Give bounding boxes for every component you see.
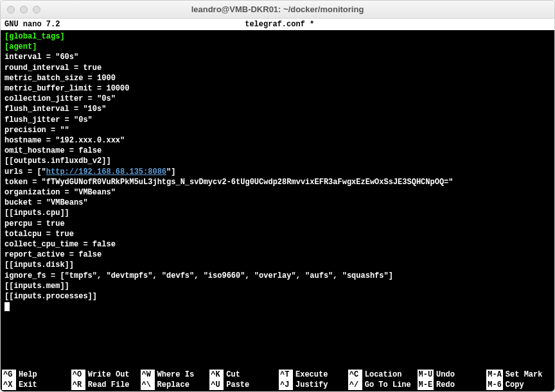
window-titlebar[interactable]: leandro@VMB-DKR01: ~/docker/monitoring <box>1 1 554 19</box>
shortcut-cut[interactable]: ^KCut <box>209 370 276 380</box>
window-title: leandro@VMB-DKR01: ~/docker/monitoring <box>7 4 548 14</box>
line-urls-prefix: urls = [" <box>4 167 46 176</box>
shortcut-label: Replace <box>157 380 189 390</box>
shortcut-label: Set Mark <box>506 370 543 380</box>
shortcut-label: Paste <box>226 380 249 390</box>
shortcut-copy[interactable]: M-6Copy <box>486 380 553 390</box>
line-inputs-disk: [[inputs.disk]] <box>4 260 74 269</box>
key-label: ^W <box>141 370 155 380</box>
key-label: ^K <box>209 370 224 380</box>
shortcut-location[interactable]: ^CLocation <box>348 370 415 380</box>
shortcut-label: Exit <box>19 380 37 390</box>
shortcut-label: Justify <box>295 380 328 390</box>
line-totalcpu: totalcpu = true <box>4 230 74 239</box>
shortcut-label: Help <box>19 370 37 380</box>
shortcut-whereis[interactable]: ^WWhere Is <box>141 370 207 380</box>
line-omit-hostname: omit_hostname = false <box>4 146 101 155</box>
minimize-icon[interactable] <box>20 6 28 13</box>
shortcut-setmark[interactable]: M-ASet Mark <box>486 370 553 380</box>
shortcut-label: Read File <box>88 380 130 390</box>
line-collect-cpu-time: collect_cpu_time = false <box>4 240 116 249</box>
nano-header: GNU nano 7.2 telegraf.conf * <box>1 19 554 30</box>
shortcut-help[interactable]: ^GHelp <box>2 370 69 380</box>
line-collection-jitter: collection_jitter = "0s" <box>4 94 116 103</box>
line-precision: precision = "" <box>4 126 69 135</box>
shortcut-label: Copy <box>506 380 524 390</box>
zoom-icon[interactable] <box>33 6 40 13</box>
close-icon[interactable] <box>7 6 15 13</box>
key-label: ^U <box>209 380 224 390</box>
line-batch-size: metric_batch_size = 1000 <box>4 74 116 83</box>
line-inputs-mem: [[inputs.mem]] <box>4 282 69 291</box>
line-urls-suffix: "] <box>166 167 175 176</box>
section-agent: [agent] <box>4 42 37 51</box>
editor-body[interactable]: [global_tags] [agent] interval = "60s" r… <box>1 30 554 370</box>
shortcut-readfile[interactable]: ^RRead File <box>71 380 138 390</box>
line-round-interval: round_interval = true <box>4 64 101 72</box>
line-outputs-influxdb: [[outputs.influxdb_v2]] <box>4 157 111 166</box>
key-label: M-U <box>418 370 434 380</box>
shortcut-justify[interactable]: ^JJustify <box>279 380 346 390</box>
shortcut-label: Execute <box>295 370 328 380</box>
nano-shortcut-bar: ^GHelp ^OWrite Out ^WWhere Is ^KCut ^TEx… <box>1 370 554 391</box>
shortcut-execute[interactable]: ^TExecute <box>279 370 346 380</box>
line-interval: interval = "60s" <box>4 53 78 62</box>
shortcut-label: Redo <box>436 380 455 390</box>
line-hostname: hostname = "192.xxx.0.xxx" <box>4 136 125 145</box>
cursor-icon <box>4 302 10 311</box>
line-percpu: percpu = true <box>4 219 65 228</box>
line-report-active: report_active = false <box>4 250 101 259</box>
section-global-tags: [global_tags] <box>4 32 65 41</box>
key-label: ^T <box>279 370 293 380</box>
key-label: ^R <box>71 380 85 390</box>
key-label: ^/ <box>348 380 362 390</box>
line-buffer-limit: metric_buffer_limit = 10000 <box>4 84 129 93</box>
shortcut-gotoline[interactable]: ^/Go To Line <box>348 380 415 390</box>
shortcut-label: Go To Line <box>365 380 411 390</box>
shortcut-label: Where Is <box>157 370 195 380</box>
key-label: ^C <box>348 370 362 380</box>
line-inputs-processes: [[inputs.processes]] <box>4 292 97 301</box>
key-label: M-A <box>486 370 503 380</box>
line-flush-jitter: flush_jitter = "0s" <box>4 115 92 124</box>
line-bucket: bucket = "VMBeans" <box>4 198 88 207</box>
line-flush-interval: flush_interval = "10s" <box>4 105 106 114</box>
influx-url-link[interactable]: http://192.168.68.135:8086 <box>46 167 166 176</box>
line-inputs-cpu: [[inputs.cpu]] <box>4 209 69 217</box>
shortcut-undo[interactable]: M-UUndo <box>418 370 484 380</box>
shortcut-label: Undo <box>436 370 455 380</box>
shortcut-exit[interactable]: ^XExit <box>2 380 69 390</box>
key-label: ^X <box>2 380 16 390</box>
nano-filename: telegraf.conf * <box>60 19 499 30</box>
terminal-window: leandro@VMB-DKR01: ~/docker/monitoring G… <box>0 0 555 392</box>
shortcut-writeout[interactable]: ^OWrite Out <box>71 370 138 380</box>
key-label: ^J <box>279 380 293 390</box>
line-ignore-fs: ignore_fs = ["tmpfs", "devtmpfs", "devfs… <box>4 271 393 280</box>
key-label: ^G <box>2 370 16 380</box>
terminal-area[interactable]: GNU nano 7.2 telegraf.conf * [global_tag… <box>1 19 554 391</box>
shortcut-redo[interactable]: M-ERedo <box>418 380 484 390</box>
window-controls <box>7 6 40 13</box>
shortcut-replace[interactable]: ^\Replace <box>141 380 207 390</box>
shortcut-label: Write Out <box>88 370 130 380</box>
shortcut-label: Location <box>365 370 402 380</box>
key-label: ^O <box>71 370 85 380</box>
line-token: token = "fTWydGUNofR0VuRkPkM5uL3jhtgs_N_… <box>4 178 454 187</box>
nano-version: GNU nano 7.2 <box>4 19 60 30</box>
key-label: M-6 <box>486 380 503 390</box>
shortcut-paste[interactable]: ^UPaste <box>209 380 276 390</box>
key-label: ^\ <box>141 380 155 390</box>
line-organization: organization = "VMBeans" <box>4 188 116 197</box>
nano-header-right <box>499 19 551 30</box>
shortcut-label: Cut <box>226 370 240 380</box>
key-label: M-E <box>418 380 434 390</box>
